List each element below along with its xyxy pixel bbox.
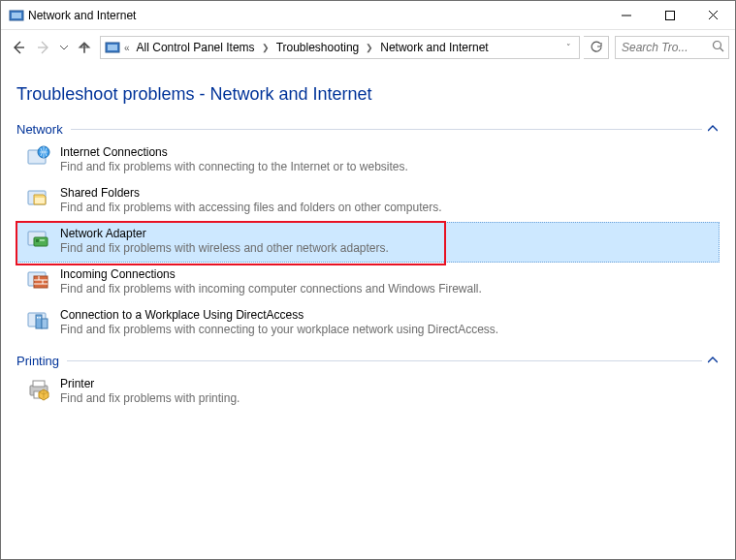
- chevron-right-icon: ❯: [258, 43, 273, 52]
- item-title: Internet Connections: [60, 143, 408, 160]
- breadcrumb-dropdown-icon[interactable]: ˅: [562, 43, 575, 52]
- item-desc: Find and fix problems with connecting to…: [60, 323, 498, 337]
- control-panel-icon: [105, 40, 120, 55]
- back-button[interactable]: [7, 36, 30, 59]
- section-title: Printing: [16, 354, 63, 368]
- breadcrumb-item-0[interactable]: All Control Panel Items: [134, 41, 258, 54]
- globe-icon: [25, 143, 52, 171]
- titlebar: Network and Internet: [1, 1, 735, 30]
- section-divider: [71, 129, 702, 130]
- svg-rect-31: [40, 317, 42, 319]
- item-desc: Find and fix problems with connecting to…: [60, 160, 408, 174]
- breadcrumb-item-1[interactable]: Troubleshooting: [273, 41, 363, 54]
- troubleshooter-network-adapter[interactable]: Network Adapter Find and fix problems wi…: [16, 222, 720, 263]
- svg-rect-29: [42, 319, 48, 328]
- item-desc: Find and fix problems with printing.: [60, 391, 240, 406]
- svg-rect-16: [35, 198, 45, 203]
- section-title: Network: [16, 122, 67, 137]
- breadcrumb-item-2[interactable]: Network and Internet: [377, 41, 491, 54]
- troubleshooter-workplace-directaccess[interactable]: Connection to a Workplace Using DirectAc…: [16, 303, 720, 344]
- window-controls: [604, 1, 735, 29]
- section-header-printing[interactable]: Printing: [16, 354, 720, 368]
- svg-rect-22: [34, 276, 48, 288]
- svg-rect-30: [37, 317, 39, 319]
- maximize-button[interactable]: [648, 1, 691, 29]
- window-title: Network and Internet: [24, 9, 604, 22]
- svg-rect-20: [40, 239, 45, 241]
- item-desc: Find and fix problems with wireless and …: [60, 241, 389, 256]
- chevron-right-icon: ❯: [362, 43, 377, 52]
- svg-rect-28: [36, 315, 42, 328]
- troubleshooter-printer[interactable]: Printer Find and fix problems with print…: [16, 372, 720, 413]
- svg-rect-19: [36, 239, 39, 242]
- item-title: Shared Folders: [60, 184, 442, 201]
- control-panel-icon: [9, 8, 24, 23]
- svg-point-11: [714, 42, 721, 49]
- svg-rect-10: [108, 45, 117, 50]
- nav-toolbar: « All Control Panel Items ❯ Troubleshoot…: [1, 30, 735, 65]
- page-title: Troubleshoot problems - Network and Inte…: [16, 84, 720, 105]
- up-button[interactable]: [73, 36, 96, 59]
- item-title: Network Adapter: [60, 225, 389, 241]
- refresh-button[interactable]: [584, 36, 609, 59]
- section-divider: [67, 360, 702, 361]
- recent-locations-button[interactable]: [57, 36, 71, 59]
- minimize-button[interactable]: [604, 1, 648, 29]
- workplace-icon: [25, 306, 52, 333]
- firewall-icon: [25, 265, 52, 293]
- breadcrumb-overflow-icon[interactable]: «: [120, 43, 134, 53]
- svg-rect-3: [665, 11, 674, 19]
- printer-icon: [25, 375, 52, 402]
- item-desc: Find and fix problems with accessing fil…: [60, 201, 442, 215]
- search-box[interactable]: [615, 36, 729, 59]
- troubleshooter-incoming-connections[interactable]: Incoming Connections Find and fix proble…: [16, 263, 720, 303]
- svg-rect-33: [33, 381, 45, 387]
- item-title: Printer: [60, 375, 240, 391]
- collapse-icon[interactable]: [706, 355, 720, 368]
- section-header-network[interactable]: Network: [16, 122, 720, 137]
- item-desc: Find and fix problems with incoming comp…: [60, 282, 482, 296]
- troubleshooter-shared-folders[interactable]: Shared Folders Find and fix problems wit…: [16, 181, 720, 222]
- breadcrumb[interactable]: « All Control Panel Items ❯ Troubleshoot…: [100, 36, 580, 59]
- forward-button[interactable]: [32, 36, 55, 59]
- troubleshooter-internet-connections[interactable]: Internet Connections Find and fix proble…: [16, 140, 720, 181]
- search-icon[interactable]: [712, 40, 724, 55]
- item-title: Connection to a Workplace Using DirectAc…: [60, 306, 498, 323]
- content-area: Troubleshoot problems - Network and Inte…: [1, 65, 735, 413]
- svg-rect-1: [12, 13, 21, 18]
- svg-line-12: [720, 48, 724, 52]
- close-button[interactable]: [691, 1, 735, 29]
- collapse-icon[interactable]: [706, 123, 720, 137]
- adapter-icon: [25, 225, 52, 252]
- item-title: Incoming Connections: [60, 265, 482, 282]
- shared-folder-icon: [25, 184, 52, 211]
- search-input[interactable]: [620, 40, 712, 55]
